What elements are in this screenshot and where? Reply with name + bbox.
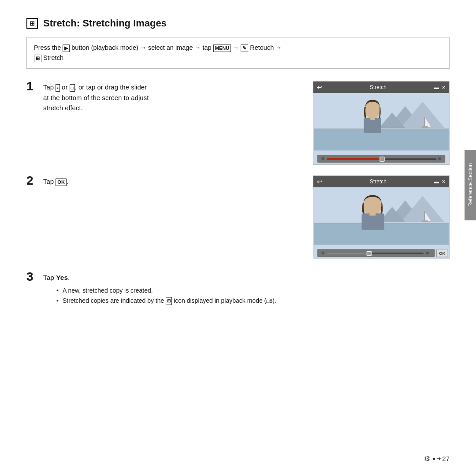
svg-point-27 xyxy=(363,197,382,215)
svg-rect-4 xyxy=(314,129,449,150)
step-1-content: Tap ▪ or □, or tap or drag the slider at… xyxy=(43,81,313,113)
svg-rect-31 xyxy=(322,252,324,255)
close-icon-2: ✕ xyxy=(442,179,446,185)
bullet-1: A new, stretched copy is created. xyxy=(56,286,441,295)
step-3-text: Tap Yes. xyxy=(43,272,441,283)
page-title-text: Stretch: Stretching Images xyxy=(43,18,167,29)
steps-container: 1 Tap ▪ or □, or tap or drag the slider … xyxy=(26,81,450,310)
back-arrow-icon: ↩ xyxy=(317,84,322,91)
step-2-screen: ↩ Stretch ▬ ✕ xyxy=(313,175,450,259)
square-small-icon: ▪ xyxy=(56,84,60,92)
minimize-icon-2: ▬ xyxy=(434,179,439,184)
svg-rect-29 xyxy=(369,212,376,216)
retouch-icon: ✎ xyxy=(241,45,248,52)
page-number-value: 27 xyxy=(442,455,450,462)
page-ref: □8 xyxy=(266,298,272,304)
step-2-number: 2 xyxy=(26,174,43,188)
svg-rect-14 xyxy=(438,158,441,160)
step-1-text: Tap ▪ or □, or tap or drag the slider at… xyxy=(43,82,304,113)
screen-2-icons: ▬ ✕ xyxy=(434,179,446,185)
playback-icon: ▶ xyxy=(63,45,70,52)
page-number-arrow: ➜ xyxy=(436,455,441,462)
step-2: 2 Tap OK. ↩ Stretch ▬ ✕ xyxy=(26,175,450,259)
instruction-text: Press the ▶ button (playback mode) → sel… xyxy=(34,44,282,61)
bullet-list: A new, stretched copy is created. Stretc… xyxy=(56,286,441,305)
reference-section-tab: Reference Section xyxy=(465,150,476,220)
camera-icon: ⚙ xyxy=(424,454,430,463)
step-2-text: Tap OK. xyxy=(43,176,304,186)
svg-rect-35 xyxy=(367,252,371,256)
page-number-text: ● xyxy=(432,455,435,462)
svg-rect-34 xyxy=(327,253,371,255)
screen-1-body xyxy=(313,93,449,164)
bullet-2: Stretched copies are indicated by the ⊞ … xyxy=(56,296,441,305)
svg-rect-10 xyxy=(364,118,381,134)
svg-rect-32 xyxy=(426,252,429,255)
step-2-content: Tap OK. xyxy=(43,175,313,186)
page: ⊞ Stretch: Stretching Images Press the ▶… xyxy=(0,0,476,476)
step-1-number: 1 xyxy=(26,79,43,93)
scene-2-svg: OK xyxy=(313,187,449,259)
close-icon: ✕ xyxy=(442,85,446,90)
step-3-number: 3 xyxy=(26,270,43,284)
screen-2-header: ↩ Stretch ▬ ✕ xyxy=(313,176,449,187)
scene-1-svg xyxy=(313,93,449,164)
svg-text:OK: OK xyxy=(439,251,446,256)
page-title: ⊞ Stretch: Stretching Images xyxy=(26,18,450,29)
screen-1-title: Stretch xyxy=(370,84,387,90)
svg-rect-13 xyxy=(322,158,324,160)
svg-rect-28 xyxy=(362,214,384,231)
step-1: 1 Tap ▪ or □, or tap or drag the slider … xyxy=(26,81,450,165)
svg-rect-17 xyxy=(380,157,384,162)
ref-section-label: Reference Section xyxy=(467,164,473,207)
svg-rect-11 xyxy=(370,117,375,120)
stretch-icon-inline: ⊞ xyxy=(34,55,41,62)
page-number: ⚙ ●➜27 xyxy=(424,454,450,463)
yes-bold: Yes xyxy=(56,274,68,281)
ok-icon: OK xyxy=(56,178,67,186)
screen-1-header: ↩ Stretch ▬ ✕ xyxy=(313,82,449,93)
instruction-box: Press the ▶ button (playback mode) → sel… xyxy=(26,37,450,69)
svg-rect-26 xyxy=(422,220,428,222)
minimize-icon: ▬ xyxy=(434,85,439,90)
step-3: 3 Tap Yes. A new, stretched copy is crea… xyxy=(26,271,450,305)
screen-1-icons: ▬ ✕ xyxy=(434,85,446,90)
svg-rect-8 xyxy=(422,126,428,128)
stretch-copy-icon: ⊞ xyxy=(166,297,172,305)
step-1-screen: ↩ Stretch ▬ ✕ xyxy=(313,81,450,165)
back-arrow-icon-2: ↩ xyxy=(317,178,322,185)
step-3-content: Tap Yes. A new, stretched copy is create… xyxy=(43,271,450,305)
screen-2-body: OK xyxy=(313,187,449,259)
svg-rect-16 xyxy=(327,159,383,160)
stretch-title-icon: ⊞ xyxy=(26,18,38,29)
menu-icon: MENU xyxy=(213,45,231,52)
square-large-icon: □ xyxy=(70,84,75,92)
screen-2-title: Stretch xyxy=(370,178,387,185)
